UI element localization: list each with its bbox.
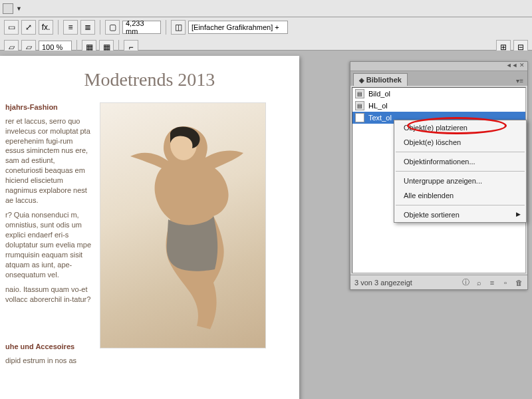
separator — [166, 20, 166, 35]
fx-button[interactable]: fx. — [39, 20, 53, 35]
body-text: naio. Itassum quam vo-et vollacc aborerc… — [5, 285, 92, 305]
info-icon[interactable]: ⓘ — [461, 278, 470, 287]
menu-item-delete[interactable]: Objekt(e) löschen — [394, 135, 526, 150]
section-heading: hjahrs-Fashion — [5, 102, 92, 112]
snippet-icon: ▤ — [355, 89, 364, 98]
image-frame[interactable] — [100, 102, 266, 348]
dropdown-arrow-icon[interactable]: ▼ — [16, 5, 22, 12]
model-photo — [120, 116, 247, 336]
body-text: r? Quia nonsenduci m, omnistius, sunt od… — [5, 210, 92, 279]
align-icon[interactable]: ≣ — [80, 20, 95, 35]
context-menu: Objekt(e) platzieren Objekt(e) löschen O… — [394, 120, 527, 223]
tool-icon[interactable]: ▭ — [4, 20, 19, 35]
menu-item-subgroup[interactable]: Untergruppe anzeigen... — [394, 174, 526, 188]
section-heading: uhe und Accesoires — [5, 342, 92, 352]
snippet-icon: ▤ — [355, 101, 364, 110]
view-mode-icon[interactable] — [3, 3, 13, 14]
separator — [100, 20, 100, 35]
measurement-field[interactable]: 4,233 mm — [122, 21, 161, 34]
library-item-label: Text_ol — [368, 114, 392, 122]
separator — [58, 20, 59, 35]
align-icon[interactable]: ≡ — [63, 20, 78, 35]
page-title: Modetrends 2013 — [5, 69, 294, 90]
tab-library[interactable]: ◈ Bibliothek — [353, 73, 408, 86]
menu-separator — [396, 205, 525, 205]
window-titlebar: ▼ — [0, 0, 532, 17]
menu-item-place[interactable]: Objekt(e) platzieren — [394, 120, 526, 135]
trash-icon[interactable]: 🗑 — [514, 278, 523, 287]
body-text: rer et laccus, serro quo invelecus cor m… — [5, 116, 92, 205]
text-column: hjahrs-Fashion rer et laccus, serro quo … — [5, 102, 92, 371]
panel-tabstrip: ◈ Bibliothek ▾≡ — [350, 71, 527, 86]
tool-icon[interactable]: ⤢ — [21, 20, 36, 35]
menu-separator — [396, 152, 525, 152]
library-item[interactable]: ▤ Bild_ol — [352, 88, 525, 100]
object-style-icon[interactable]: ◫ — [171, 20, 186, 35]
snippet-icon: ▤ — [355, 113, 364, 122]
frame-icon[interactable]: ▢ — [105, 20, 120, 35]
document-page[interactable]: Modetrends 2013 hjahrs-Fashion rer et la… — [0, 56, 299, 399]
menu-item-showall[interactable]: Alle einblenden — [394, 188, 526, 203]
menu-item-sort[interactable]: Objekte sortieren▶ — [394, 207, 526, 222]
menu-separator — [396, 171, 525, 172]
panel-statusbar: 3 von 3 angezeigt ⓘ ⌕ ≡ ▫ 🗑 — [350, 275, 527, 289]
body-text: dipid estrum in nos as — [5, 356, 92, 366]
panel-collapse-bar[interactable]: ◄◄ ✕ — [350, 62, 527, 71]
status-text: 3 von 3 angezeigt — [354, 279, 412, 287]
main-toolbar: ▭ ⤢ fx. ≡ ≣ ▢ 4,233 mm ◫ [Einfacher Graf… — [0, 17, 532, 51]
article-layout: hjahrs-Fashion rer et laccus, serro quo … — [5, 102, 294, 371]
list-view-icon[interactable]: ≡ — [487, 278, 497, 287]
library-item-label: HL_ol — [368, 102, 388, 110]
library-item[interactable]: ▤ HL_ol — [352, 100, 525, 112]
search-icon[interactable]: ⌕ — [474, 278, 483, 287]
menu-item-info[interactable]: Objektinformationen... — [394, 154, 526, 169]
object-style-field[interactable]: [Einfacher Grafikrahmen] + — [188, 21, 288, 34]
library-item-label: Bild_ol — [368, 90, 390, 98]
submenu-arrow-icon: ▶ — [516, 211, 521, 217]
new-icon[interactable]: ▫ — [501, 278, 510, 287]
panel-menu-icon[interactable]: ▾≡ — [512, 76, 527, 86]
